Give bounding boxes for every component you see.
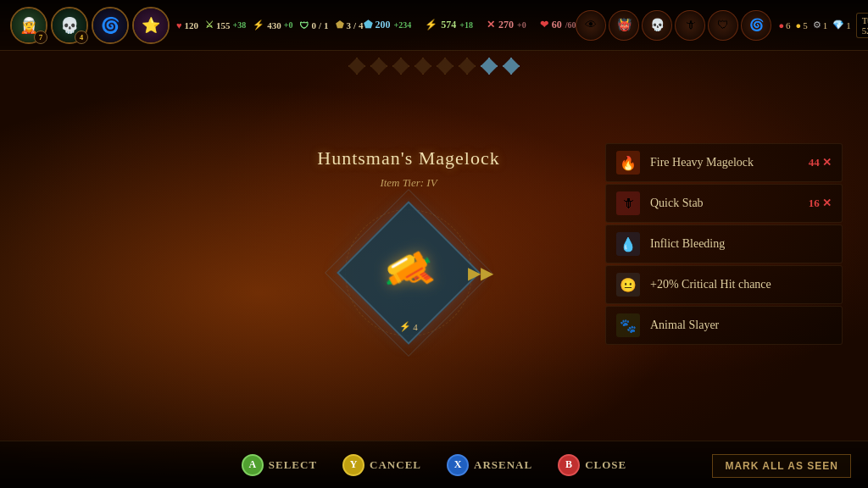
x-button-circle: X bbox=[447, 454, 469, 476]
skill-dots: 1 1 bbox=[348, 58, 520, 75]
ammo-value: 3 bbox=[347, 20, 352, 30]
b-button-circle: B bbox=[558, 454, 580, 476]
skill-dot-3[interactable] bbox=[392, 58, 409, 75]
health-icon: ❤ bbox=[540, 19, 548, 31]
skill-dot-2[interactable] bbox=[370, 58, 387, 75]
gem-value: 1 bbox=[846, 20, 851, 30]
health-value: 60 bbox=[552, 19, 562, 31]
hero-avatar-3[interactable]: 🌀 bbox=[92, 7, 129, 44]
gold-icon: ⚡ bbox=[253, 19, 264, 30]
left-stats: ♥ 120 ⚔ 155 +38 ⚡ 430 +0 🛡 0/1 ⬟ 3/4 bbox=[176, 19, 364, 30]
skill-dot-6[interactable] bbox=[459, 58, 476, 75]
close-button[interactable]: B CLOSE bbox=[558, 454, 626, 476]
enemy-avatar-1[interactable]: 👁 bbox=[576, 10, 606, 41]
mana-plus: +234 bbox=[394, 20, 412, 30]
bleed-name: Inflict Bleeding bbox=[650, 237, 832, 251]
regen-plus: +38 bbox=[233, 20, 247, 30]
shield-value: 0 bbox=[311, 20, 316, 30]
stat-spirit: ⚡ 574 +18 bbox=[425, 19, 473, 31]
enemy-avatar-2[interactable]: 👹 bbox=[609, 10, 639, 41]
stat-row-slayer: 🐾 Animal Slayer bbox=[605, 306, 843, 345]
item-stats-panel: 🔥 Fire Heavy Magelock 44 ✕ 🗡 Quick Stab … bbox=[605, 143, 843, 345]
stat-mana: ⬟ 200 +234 bbox=[364, 19, 412, 31]
stat-regen: ⚔ 155 +38 bbox=[205, 19, 246, 30]
regen-icon: ⚔ bbox=[205, 19, 214, 30]
fire-name: Fire Heavy Magelock bbox=[650, 156, 798, 169]
spirit-value: 574 bbox=[441, 19, 456, 31]
yellow-value: 5 bbox=[803, 20, 808, 30]
y-button-circle: Y bbox=[342, 454, 364, 476]
turn-counter: Turn 52 bbox=[856, 13, 868, 38]
yellow-icon: ● bbox=[796, 20, 802, 30]
shield-max: 1 bbox=[324, 20, 329, 30]
health-sep: /60 bbox=[565, 20, 576, 30]
avatar-image-3: 🌀 bbox=[93, 8, 127, 42]
attack-value: 270 bbox=[498, 19, 514, 31]
gold-plus: +0 bbox=[284, 20, 293, 30]
hero-avatars: 🧝 7 💀 4 🌀 ⭐ bbox=[10, 7, 170, 44]
enemy-avatar-3[interactable]: 💀 bbox=[642, 10, 672, 41]
ammo-icon: ⬟ bbox=[336, 19, 344, 30]
stat-ammo: ⬟ 3/4 bbox=[336, 19, 364, 30]
hero-avatar-2[interactable]: 💀 4 bbox=[51, 7, 88, 44]
bottom-bar: A SELECT Y CANCEL X ARSENAL B CLOSE MARK… bbox=[0, 441, 868, 488]
avatar-image-4: ⭐ bbox=[134, 8, 168, 42]
gold-value: 430 bbox=[267, 20, 281, 30]
stab-icon: 🗡 bbox=[616, 191, 640, 215]
top-bar: 🧝 7 💀 4 🌀 ⭐ ♥ 120 ⚔ 155 +38 ⚡ 430 +0 bbox=[0, 0, 868, 51]
avatar-badge-2: 4 bbox=[75, 30, 88, 44]
slayer-icon: 🐾 bbox=[616, 313, 640, 337]
stat-row-stab: 🗡 Quick Stab 16 ✕ bbox=[605, 184, 843, 223]
a-button-circle: A bbox=[242, 454, 264, 476]
arsenal-button[interactable]: X ARSENAL bbox=[447, 454, 532, 476]
stat-shield: 🛡 0/1 bbox=[299, 20, 328, 30]
item-count-icon: ⚡ bbox=[399, 321, 411, 332]
enemy-avatar-5[interactable]: 🛡 bbox=[708, 10, 738, 41]
center-stats: ⬟ 200 +234 ⚡ 574 +18 ✕ 270 +0 ❤ 60 /60 bbox=[364, 19, 576, 31]
fire-value: 44 ✕ bbox=[809, 156, 832, 169]
cancel-button[interactable]: Y CANCEL bbox=[342, 454, 421, 476]
attack-plus: +0 bbox=[517, 20, 526, 30]
item-name: Huntsman's Magelock bbox=[317, 147, 499, 169]
stat-row-bleed: 💧 Inflict Bleeding bbox=[605, 225, 843, 263]
select-button[interactable]: A SELECT bbox=[242, 454, 317, 476]
stat-health: ❤ 60 /60 bbox=[540, 19, 576, 31]
stat-hp: ♥ 120 bbox=[176, 20, 198, 30]
item-diamond-container: 🔫 ▶▶ ⚡ 4 bbox=[341, 205, 476, 341]
stat-row-crit: 😐 +20% Critical Hit chance bbox=[605, 265, 843, 304]
select-label: SELECT bbox=[269, 458, 317, 472]
stat-row-fire: 🔥 Fire Heavy Magelock 44 ✕ bbox=[605, 143, 843, 182]
item-arrows: ▶▶ bbox=[468, 263, 493, 283]
bleed-icon: 💧 bbox=[616, 232, 640, 256]
skill-dot-4[interactable] bbox=[415, 58, 431, 75]
skill-dot-8[interactable]: 1 bbox=[503, 58, 520, 75]
slayer-name: Animal Slayer bbox=[650, 319, 832, 332]
hero-avatar-4[interactable]: ⭐ bbox=[132, 7, 170, 44]
skill-dot-7[interactable]: 1 bbox=[481, 58, 498, 75]
gear-icon: ⚙ bbox=[813, 19, 821, 30]
regen-value: 155 bbox=[216, 20, 231, 30]
enemy-avatar-4[interactable]: 🗡 bbox=[675, 10, 705, 41]
close-label: CLOSE bbox=[585, 458, 626, 472]
cancel-label: CANCEL bbox=[370, 458, 421, 472]
resource-icons: ● 6 ● 5 ⚙ 1 💎 1 Turn 52 bbox=[778, 13, 868, 38]
main-content: Huntsman's Magelock Item Tier: IV 🔫 ▶▶ ⚡… bbox=[0, 51, 868, 437]
resource-yellow: ● 5 bbox=[796, 20, 808, 30]
mana-icon: ⬟ bbox=[364, 19, 372, 31]
mark-all-button[interactable]: MARK ALL AS SEEN bbox=[712, 454, 851, 478]
hero-avatar-1[interactable]: 🧝 7 bbox=[10, 7, 47, 44]
enemy-avatars: 👁 👹 💀 🗡 🛡 🌀 bbox=[576, 10, 771, 41]
item-tier-label: Item Tier: bbox=[380, 176, 424, 189]
item-count: ⚡ 4 bbox=[399, 321, 418, 332]
skill-dot-1[interactable] bbox=[348, 58, 365, 75]
resource-red: ● 6 bbox=[778, 20, 790, 30]
resource-gear: ⚙ 1 bbox=[813, 19, 828, 30]
skill-dot-5[interactable] bbox=[437, 58, 453, 75]
item-showcase: Huntsman's Magelock Item Tier: IV 🔫 ▶▶ ⚡… bbox=[317, 147, 499, 341]
spirit-icon: ⚡ bbox=[425, 19, 437, 31]
spirit-plus: +18 bbox=[459, 20, 473, 30]
arsenal-label: ARSENAL bbox=[474, 458, 532, 472]
shield-icon: 🛡 bbox=[299, 20, 309, 30]
gear-value: 1 bbox=[823, 20, 828, 30]
enemy-avatar-6[interactable]: 🌀 bbox=[741, 10, 771, 41]
